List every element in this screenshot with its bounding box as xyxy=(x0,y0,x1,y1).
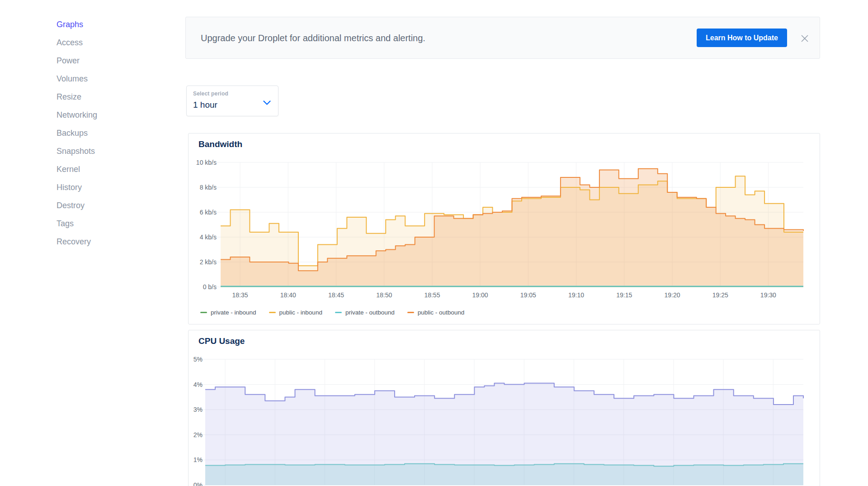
select-period-dropdown[interactable]: Select period 1 hour xyxy=(186,86,278,116)
legend-label: private - inbound xyxy=(211,309,256,316)
y-axis-tick-label: 3% xyxy=(189,406,203,413)
learn-how-to-update-button[interactable]: Learn How to Update xyxy=(697,29,787,47)
y-axis-tick-label: 2 kb/s xyxy=(189,258,217,266)
droplet-graphs-page: GraphsAccessPowerVolumesResizeNetworking… xyxy=(0,0,868,486)
x-axis-tick-label: 19:05 xyxy=(520,291,536,299)
legend-dash-icon xyxy=(269,312,276,313)
legend-dash-icon xyxy=(407,312,414,313)
sidebar-item-tags[interactable]: Tags xyxy=(57,214,160,233)
upgrade-banner: Upgrade your Droplet for additional metr… xyxy=(185,17,820,59)
cpu-usage-chart-card: CPU Usage 5%4%3%2%1%0% xyxy=(188,330,820,486)
x-axis-tick-label: 19:10 xyxy=(568,291,584,299)
sidebar-item-access[interactable]: Access xyxy=(57,33,160,52)
main-content: Upgrade your Droplet for additional metr… xyxy=(185,0,820,486)
x-axis-tick-label: 19:30 xyxy=(760,291,776,299)
sidebar-item-volumes[interactable]: Volumes xyxy=(57,70,160,88)
sidebar-item-history[interactable]: History xyxy=(57,178,160,196)
x-axis-tick-label: 19:25 xyxy=(712,291,728,299)
cpu-usage-plot-area[interactable] xyxy=(189,330,821,486)
sidebar-item-snapshots[interactable]: Snapshots xyxy=(57,142,160,160)
y-axis-tick-label: 2% xyxy=(189,431,203,438)
y-axis-tick-label: 6 kb/s xyxy=(189,209,217,216)
legend-label: public - outbound xyxy=(418,309,465,316)
x-axis-tick-label: 18:35 xyxy=(232,291,248,299)
x-axis-tick-label: 18:45 xyxy=(328,291,344,299)
y-axis-tick-label: 4% xyxy=(189,381,203,388)
legend-label: private - outbound xyxy=(345,309,395,316)
y-axis-tick-label: 0% xyxy=(189,481,203,486)
x-axis-tick-label: 19:20 xyxy=(664,291,680,299)
legend-item-private-outbound[interactable]: private - outbound xyxy=(335,309,395,316)
sidebar-item-destroy[interactable]: Destroy xyxy=(57,196,160,214)
chart-legend: private - inboundpublic - inboundprivate… xyxy=(200,309,464,316)
sidebar-item-resize[interactable]: Resize xyxy=(57,88,160,106)
y-axis-tick-label: 5% xyxy=(189,356,203,363)
sidebar-item-recovery[interactable]: Recovery xyxy=(57,233,160,251)
close-icon[interactable] xyxy=(800,33,810,43)
legend-item-public-inbound[interactable]: public - inbound xyxy=(269,309,322,316)
x-axis-tick-label: 18:40 xyxy=(280,291,296,299)
legend-item-public-outbound[interactable]: public - outbound xyxy=(407,309,465,316)
legend-item-private-inbound[interactable]: private - inbound xyxy=(200,309,256,316)
x-axis-tick-label: 18:55 xyxy=(424,291,440,299)
sidebar-item-backups[interactable]: Backups xyxy=(57,124,160,142)
sidebar-item-kernel[interactable]: Kernel xyxy=(57,160,160,178)
sidebar-item-graphs[interactable]: Graphs xyxy=(57,15,160,33)
legend-dash-icon xyxy=(335,312,342,313)
x-axis-tick-label: 19:00 xyxy=(472,291,488,299)
sidebar: GraphsAccessPowerVolumesResizeNetworking… xyxy=(57,15,160,251)
y-axis-tick-label: 4 kb/s xyxy=(189,233,217,241)
y-axis-tick-label: 0 b/s xyxy=(189,283,217,291)
select-period-label: Select period xyxy=(193,91,228,97)
y-axis-tick-label: 8 kb/s xyxy=(189,184,217,191)
y-axis-tick-label: 1% xyxy=(189,456,203,463)
legend-label: public - inbound xyxy=(279,309,322,316)
select-period-value: 1 hour xyxy=(193,100,217,110)
bandwidth-chart-card: Bandwidth 10 kb/s8 kb/s6 kb/s4 kb/s2 kb/… xyxy=(188,133,820,324)
chevron-down-icon xyxy=(263,99,271,107)
legend-dash-icon xyxy=(200,312,207,313)
sidebar-item-power[interactable]: Power xyxy=(57,52,160,70)
upgrade-banner-text: Upgrade your Droplet for additional metr… xyxy=(201,33,425,43)
x-axis-tick-label: 19:15 xyxy=(616,291,632,299)
y-axis-tick-label: 10 kb/s xyxy=(189,159,217,166)
sidebar-item-networking[interactable]: Networking xyxy=(57,106,160,124)
x-axis-tick-label: 18:50 xyxy=(376,291,392,299)
